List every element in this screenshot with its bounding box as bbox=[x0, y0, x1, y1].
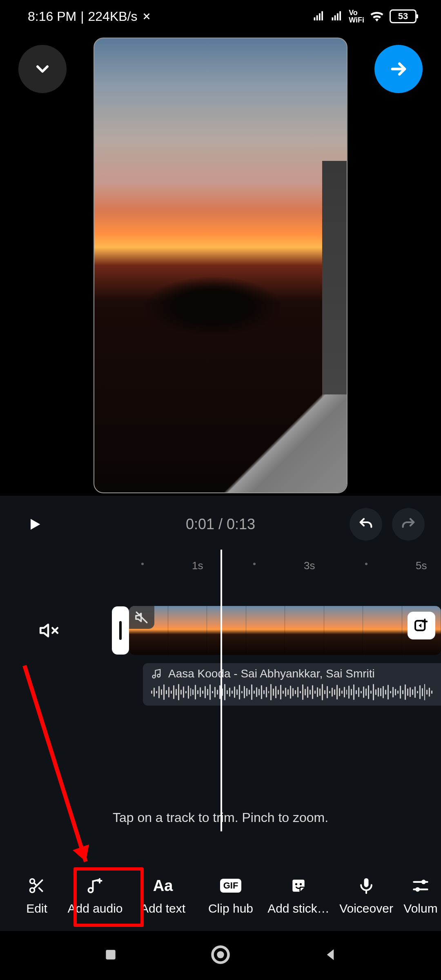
scissors-icon bbox=[28, 877, 46, 895]
music-plus-icon bbox=[86, 877, 104, 895]
tool-volume[interactable]: Volum bbox=[400, 875, 441, 915]
microphone-icon bbox=[357, 877, 375, 895]
battery-icon: 53 bbox=[390, 9, 416, 23]
svg-point-4 bbox=[300, 883, 302, 885]
wifi-icon bbox=[370, 11, 384, 22]
status-bar: 8:16 PM | 224KB/s Vo WiFi 53 bbox=[0, 0, 441, 33]
undo-button[interactable] bbox=[350, 508, 382, 541]
add-clip-icon bbox=[413, 617, 430, 634]
audio-clip-track[interactable]: Aasa Kooda - Sai Abhyankkar, Sai Smriti bbox=[143, 663, 441, 706]
tool-edit[interactable]: Edit bbox=[12, 875, 61, 915]
chevron-down-icon bbox=[33, 59, 52, 79]
vowifi-icon: Vo WiFi bbox=[349, 9, 364, 24]
speaker-muted-icon bbox=[135, 610, 149, 624]
redo-button[interactable] bbox=[392, 508, 425, 541]
add-transition-button[interactable] bbox=[408, 612, 435, 639]
svg-rect-10 bbox=[106, 950, 116, 959]
nav-home-button[interactable] bbox=[210, 944, 231, 967]
svg-point-1 bbox=[30, 879, 35, 884]
undo-icon bbox=[358, 516, 374, 532]
signal-icon-2 bbox=[331, 11, 343, 22]
clip-trim-handle[interactable] bbox=[112, 606, 129, 655]
text-aa-icon: Aa bbox=[153, 877, 173, 895]
arrow-right-icon bbox=[388, 58, 409, 80]
time-display: 0:01 / 0:13 bbox=[186, 516, 255, 533]
tool-add-audio[interactable]: Add audio bbox=[61, 875, 129, 915]
tool-add-sticker[interactable]: Add stick… bbox=[265, 875, 332, 915]
music-note-icon bbox=[151, 668, 163, 679]
svg-point-2 bbox=[30, 888, 35, 893]
triangle-left-icon bbox=[322, 947, 339, 963]
close-x-icon bbox=[141, 11, 152, 22]
bottom-toolbar: Edit Add audio Aa Add text GIF Clip hub … bbox=[0, 868, 441, 927]
svg-point-3 bbox=[295, 883, 297, 885]
playhead[interactable] bbox=[220, 550, 222, 831]
audio-waveform bbox=[151, 684, 433, 701]
nav-back-button[interactable] bbox=[322, 947, 339, 964]
audio-track-title: Aasa Kooda - Sai Abhyankkar, Sai Smriti bbox=[168, 667, 375, 680]
play-icon bbox=[27, 515, 43, 533]
sliders-icon bbox=[412, 877, 430, 895]
mute-all-button[interactable] bbox=[0, 620, 98, 641]
tool-clip-hub[interactable]: GIF Clip hub bbox=[197, 875, 265, 915]
android-nav-bar bbox=[0, 931, 441, 980]
timeline-area[interactable]: Aasa Kooda - Sai Abhyankkar, Sai Smriti bbox=[0, 606, 441, 761]
next-button[interactable] bbox=[374, 45, 423, 93]
status-time: 8:16 PM bbox=[28, 9, 76, 24]
tool-voiceover[interactable]: Voiceover bbox=[332, 875, 400, 915]
svg-point-6 bbox=[421, 880, 426, 884]
tool-add-text[interactable]: Aa Add text bbox=[129, 875, 197, 915]
signal-icon bbox=[313, 11, 325, 22]
svg-rect-5 bbox=[364, 878, 369, 887]
speaker-muted-icon bbox=[39, 620, 59, 641]
video-preview[interactable] bbox=[94, 38, 347, 493]
play-button[interactable] bbox=[16, 506, 53, 543]
sticker-icon bbox=[290, 877, 307, 895]
nav-recents-button[interactable] bbox=[102, 947, 119, 964]
svg-point-7 bbox=[415, 887, 420, 892]
gif-icon: GIF bbox=[220, 879, 242, 893]
editor-panel: 0:01 / 0:13 1s 3s 5s bbox=[0, 496, 441, 931]
redo-icon bbox=[400, 516, 416, 532]
square-icon bbox=[102, 947, 119, 963]
status-network-speed: 224KB/s bbox=[88, 9, 137, 24]
video-clip-track[interactable] bbox=[129, 606, 441, 655]
svg-point-12 bbox=[217, 951, 224, 958]
clip-muted-badge bbox=[129, 606, 154, 629]
collapse-button[interactable] bbox=[18, 45, 67, 93]
circle-icon bbox=[210, 944, 231, 965]
